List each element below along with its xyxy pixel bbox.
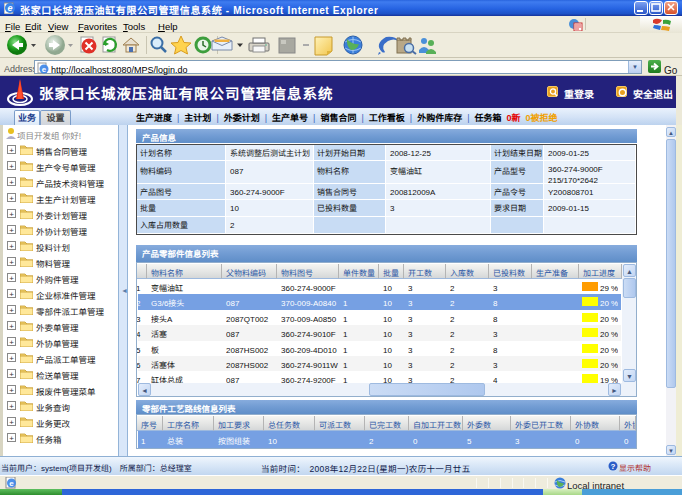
svg-text:e: e <box>7 2 12 14</box>
svg-text:e: e <box>42 63 47 74</box>
svg-text:?: ? <box>611 461 616 471</box>
svg-text:e: e <box>9 477 14 488</box>
